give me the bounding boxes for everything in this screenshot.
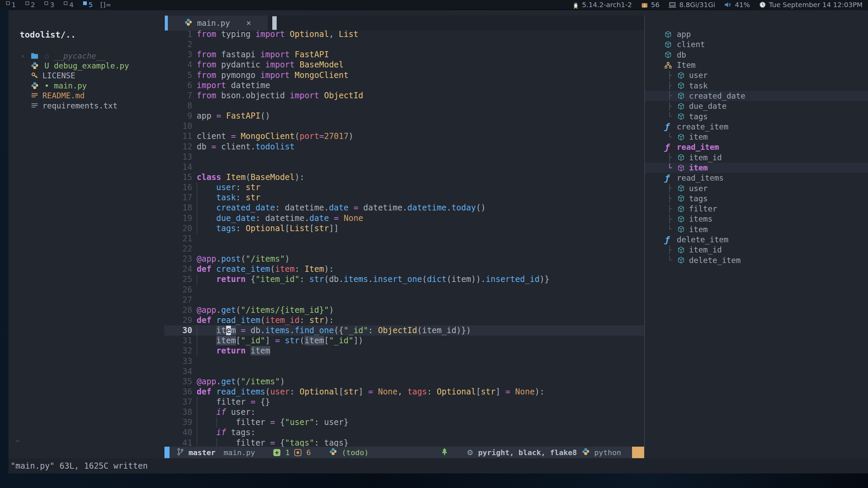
code-line[interactable]: 18 created_date: datetime.date = datetim… (164, 203, 644, 213)
symbol-db[interactable]: db (645, 50, 868, 60)
code-line[interactable]: 6import datetime (164, 80, 644, 90)
code-line[interactable]: 7from bson.objectid import ObjectId (164, 90, 644, 101)
code-line[interactable]: 34 (164, 366, 644, 377)
code-line[interactable]: 15class Item(BaseModel): (164, 172, 644, 182)
symbol-delete_item[interactable]: └delete_item (645, 255, 868, 265)
code-line[interactable]: 23@app.post("/items") (164, 254, 644, 264)
class-icon (665, 62, 672, 69)
code-line[interactable]: 22 (164, 244, 644, 254)
code-line[interactable]: 27 (164, 295, 644, 305)
code-line[interactable]: 21 (164, 233, 644, 244)
tab-main-py[interactable]: main.py × (168, 16, 268, 30)
tab-active-marker (165, 16, 168, 30)
git-status-badge: U (42, 61, 51, 70)
symbol-item[interactable]: └item (645, 163, 868, 173)
code-line[interactable]: 10 (164, 121, 644, 131)
symbol-items[interactable]: ├items (645, 214, 868, 224)
code-line[interactable]: 3from fastapi import FastAPI (164, 49, 644, 60)
symbol-read_item[interactable]: ƒread_item (645, 142, 868, 152)
variable-cube-icon (677, 92, 685, 99)
workspace-tag-2[interactable]: 2 (24, 1, 37, 9)
symbol-task[interactable]: ├task (645, 80, 868, 90)
symbol-delete_item[interactable]: ƒdelete_item (645, 235, 868, 245)
workspace-tag-5[interactable]: 5 (82, 1, 94, 9)
code-line[interactable]: 2 (164, 39, 644, 49)
file-explorer-root[interactable]: todolist/.. (20, 30, 76, 40)
code-line[interactable]: 35@app.get("/items") (164, 377, 644, 387)
code-line[interactable]: 39 filter = {"user": user} (164, 417, 644, 427)
symbol-tags[interactable]: ├tags (645, 194, 868, 204)
code-line[interactable]: 14 (164, 162, 644, 172)
workspace-tag-4[interactable]: 4 (62, 1, 75, 9)
code-line[interactable]: 19 due_date: datetime.date = None (164, 213, 644, 223)
symbol-user[interactable]: ├user (645, 70, 868, 80)
symbol-due_date[interactable]: ├due_date (645, 101, 868, 111)
symbol-Item[interactable]: Item (645, 60, 868, 70)
code-line[interactable]: 11client = MongoClient(port=27017) (164, 131, 644, 141)
code-editor[interactable]: 1from typing import Optional, List23from… (164, 29, 644, 449)
code-line[interactable]: 16 user: str (164, 182, 644, 192)
symbol-label: item (689, 225, 708, 234)
python-icon (30, 62, 39, 69)
symbol-item[interactable]: └item (645, 224, 868, 235)
code-line[interactable]: 25 return {"item_id": str(db.items.inser… (164, 274, 644, 284)
code-line[interactable]: 24def create_item(item: Item): (164, 264, 644, 274)
code-line[interactable]: 9app = FastAPI() (164, 111, 644, 121)
code-line[interactable]: 38 if user: (164, 407, 644, 417)
line-number: 12 (164, 142, 197, 152)
code-line[interactable]: 37 filter = {} (164, 397, 644, 407)
tree-item-README.md[interactable]: README.md (8, 91, 164, 101)
symbol-client[interactable]: client (645, 39, 868, 49)
workspace-tag-1[interactable]: 1 (5, 1, 17, 9)
symbol-item[interactable]: └item (645, 132, 868, 142)
code-line[interactable]: 12db = client.todolist (164, 142, 644, 152)
symbol-tags[interactable]: └tags (645, 111, 868, 121)
workspace-indicator (83, 1, 87, 5)
symbol-created_date[interactable]: ├created_date (645, 91, 868, 101)
code-text: item["_id"] = str(item["_id"]) (197, 336, 644, 346)
tree-item-requirements.txt[interactable]: requirements.txt (8, 101, 164, 110)
code-line[interactable]: 4from pydantic import BaseModel (164, 60, 644, 70)
tree-item-main.py[interactable]: •main.py (8, 81, 164, 90)
tree-connector: └ (667, 256, 672, 264)
code-text: @app.get("/items/{item_id}") (197, 305, 644, 315)
diagnostics-count: 6 (306, 448, 311, 457)
workspace-tag-3[interactable]: 3 (43, 1, 56, 9)
code-text: class Item(BaseModel): (197, 172, 644, 182)
code-text: @app.get("/items") (197, 377, 644, 387)
symbol-app[interactable]: app (645, 29, 868, 39)
code-line[interactable]: 13 (164, 152, 644, 162)
symbol-item_id[interactable]: ├item_id (645, 245, 868, 255)
code-line[interactable]: 29def read_item(item_id: str): (164, 315, 644, 325)
tab-close-icon[interactable]: × (246, 18, 251, 28)
filetype-label: python (594, 448, 621, 457)
code-line[interactable]: 28@app.get("/items/{item_id}") (164, 305, 644, 315)
symbol-item_id[interactable]: ├item_id (645, 152, 868, 163)
symbol-create_item[interactable]: ƒcreate_item (645, 122, 868, 132)
symbol-label: filter (689, 204, 717, 213)
code-line[interactable]: 33 (164, 356, 644, 366)
chevron-right-icon[interactable]: › (21, 52, 25, 60)
code-line[interactable]: 20 tags: Optional[List[str]] (164, 223, 644, 233)
tree-item-__pycache__[interactable]: ›◌__pycache__ (8, 51, 164, 61)
code-line[interactable]: 17 task: str (164, 192, 644, 203)
code-line[interactable]: 26 (164, 285, 644, 295)
textfile-icon (30, 102, 39, 109)
symbol-read_items[interactable]: ƒread_items (645, 173, 868, 183)
code-line[interactable]: 32 return item (164, 346, 644, 356)
symbol-filter[interactable]: ├filter (645, 204, 868, 214)
code-line[interactable]: 40 if tags: (164, 427, 644, 438)
system-status-text: 8.8Gi/31Gi (679, 1, 715, 9)
code-line[interactable]: 36def read_items(user: Optional[str] = N… (164, 387, 644, 397)
folder-icon (30, 53, 39, 59)
code-line[interactable]: 1from typing import Optional, List (164, 29, 644, 39)
code-line[interactable]: 8 (164, 101, 644, 111)
tree-item-debug_example.py[interactable]: Udebug_example.py (8, 61, 164, 70)
tree-item-LICENSE[interactable]: LICENSE (8, 71, 164, 81)
function-icon: ƒ (665, 235, 670, 245)
code-line[interactable]: 30 item = db.items.find_one({"_id": Obje… (164, 325, 644, 336)
symbol-user[interactable]: ├user (645, 183, 868, 193)
code-line[interactable]: 5from pymongo import MongoClient (164, 70, 644, 80)
line-number: 11 (164, 131, 197, 141)
code-line[interactable]: 31 item["_id"] = str(item["_id"]) (164, 336, 644, 346)
